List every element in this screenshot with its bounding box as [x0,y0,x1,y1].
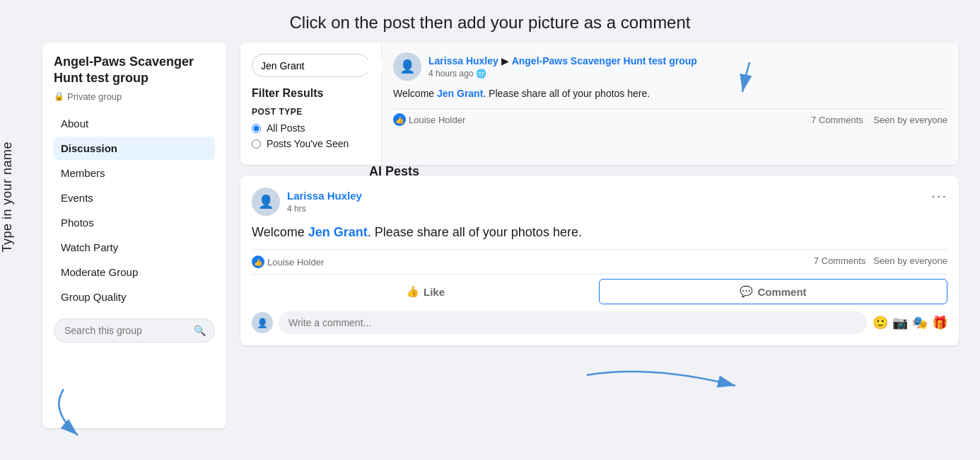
search-post-group-link[interactable]: Angel-Paws Scavenger Hunt test group [512,55,697,67]
bottom-post-card-header: 👤 Larissa Huxley 4 hrs ··· [252,188,947,216]
search-post-stats: 7 Comments Seen by everyone [811,115,947,125]
sidebar-item-photos[interactable]: Photos [54,211,215,234]
search-input[interactable] [64,325,188,336]
search-post-time: 4 hours ago [428,69,473,79]
search-post-footer: 👍 Louise Holder 7 Comments Seen by every… [393,108,947,126]
private-group-label: 🔒 Private group [54,91,215,102]
post-actions-row: 👍 Like 💬 Comment [252,274,947,304]
bottom-post-seen: Seen by everyone [873,255,947,266]
sidebar: Angel-Paws Scavenger Hunt test group 🔒 P… [42,42,226,428]
all-posts-label: All Posts [267,122,305,134]
bottom-post-author-link[interactable]: Larissa Huxley [287,190,362,202]
arrow-symbol: ▶ [501,55,512,67]
comment-avatar: 👤 [252,312,273,333]
sidebar-nav: About Discussion Members Events Photos W… [54,112,215,309]
sidebar-item-moderate-group[interactable]: Moderate Group [54,260,215,284]
bottom-post-stats: 👍 Louise Holder 7 Comments Seen by every… [252,255,947,268]
search-post-body-suffix: . Please share all of your photos here. [483,88,650,99]
comment-btn-icon: 💬 [740,285,753,298]
comment-button[interactable]: 💬 Comment [599,279,947,304]
bottom-post-time: 4 hrs [287,204,306,214]
private-label-text: Private group [67,91,122,102]
globe-icon: 🌐 [476,69,486,79]
sidebar-item-watch-party[interactable]: Watch Party [54,236,215,259]
more-options-button[interactable]: ··· [931,188,947,204]
sidebar-search-box[interactable]: 🔍 [54,318,215,343]
posts-seen-option[interactable]: Posts You've Seen [252,138,370,149]
bottom-post-footer: 👍 Louise Holder 7 Comments Seen by every… [252,249,947,334]
search-post-comments: 7 Comments [811,115,863,125]
bottom-post-like-row: 👍 Louise Holder [252,255,324,268]
emoji-gif-icon[interactable]: 🎭 [912,315,928,330]
search-filter: 🔍 Filter Results POST TYPE All Posts Pos… [240,42,382,165]
search-post-meta: 4 hours ago 🌐 [428,69,697,79]
search-panel: 🔍 Filter Results POST TYPE All Posts Pos… [240,42,959,165]
emoji-sticker-icon[interactable]: 🎁 [932,315,947,330]
bottom-post-card: 👤 Larissa Huxley 4 hrs ··· Welcome Jen G… [240,176,959,345]
comment-btn-label: Comment [757,286,806,298]
search-input-row[interactable]: 🔍 [252,54,370,77]
bottom-post-avatar: 👤 [252,188,280,216]
bottom-post-body-prefix: Welcome [252,225,308,239]
search-post-author-link[interactable]: Larissa Huxley [428,55,498,67]
bottom-post-body: Welcome Jen Grant. Please share all of y… [252,223,947,242]
all-posts-radio[interactable] [252,124,261,133]
bottom-like-thumb-icon: 👍 [252,255,264,268]
search-post-body-prefix: Welcome [393,88,437,99]
emoji-smile-icon[interactable]: 🙂 [873,315,888,330]
search-post-like-name: Louise Holder [409,115,465,125]
search-post-body-highlight[interactable]: Jen Grant [437,88,483,99]
search-post-seen: Seen by everyone [873,115,947,125]
search-post-body: Welcome Jen Grant. Please share all of y… [393,86,947,101]
emoji-camera-icon[interactable]: 📷 [892,315,908,330]
search-post-like-row: 👍 Louise Holder [393,113,465,126]
post-type-label: POST TYPE [252,107,370,117]
like-button[interactable]: 👍 Like [252,279,599,304]
search-icon: 🔍 [194,325,206,336]
all-posts-option[interactable]: All Posts [252,122,370,134]
sidebar-item-group-quality[interactable]: Group Quality [54,285,215,309]
comment-text-input[interactable] [279,311,867,334]
bottom-post-right-stats: 7 Comments Seen by everyone [814,255,947,268]
header-instruction: Click on the post then add your picture … [0,0,980,42]
posts-seen-radio[interactable] [252,139,261,149]
search-post-author-info: Larissa Huxley ▶ Angel-Paws Scavenger Hu… [428,54,697,79]
content-area: 🔍 Filter Results POST TYPE All Posts Pos… [240,42,959,428]
lock-icon: 🔒 [54,91,64,101]
search-post-header: 👤 Larissa Huxley ▶ Angel-Paws Scavenger … [393,52,947,81]
sidebar-item-members[interactable]: Members [54,161,215,185]
group-name: Angel-Paws Scavenger Hunt test group [54,54,215,87]
bottom-post-like-name: Louise Holder [267,257,324,268]
like-thumb-icon: 👍 [393,113,406,126]
posts-seen-label: Posts You've Seen [267,138,349,149]
like-btn-label: Like [424,286,445,298]
emoji-row: 🙂 📷 🎭 🎁 [873,315,947,330]
bottom-post-author-info: 👤 Larissa Huxley 4 hrs [252,188,362,216]
bottom-post-body-highlight[interactable]: Jen Grant [308,225,368,239]
bottom-post-author-text: Larissa Huxley 4 hrs [287,190,362,214]
sidebar-item-events[interactable]: Events [54,186,215,209]
comment-input-row: 👤 🙂 📷 🎭 🎁 [252,311,947,334]
search-post-author-line: Larissa Huxley ▶ Angel-Paws Scavenger Hu… [428,54,697,67]
search-post-avatar: 👤 [393,52,421,81]
sidebar-item-discussion[interactable]: Discussion [54,137,215,160]
sidebar-item-about[interactable]: About [54,112,215,135]
search-text-input[interactable] [261,60,385,71]
bottom-post-comments: 7 Comments [814,255,866,266]
search-result-post-card[interactable]: 👤 Larissa Huxley ▶ Angel-Paws Scavenger … [382,42,959,165]
like-btn-icon: 👍 [406,285,419,298]
bottom-post-body-suffix: . Please share all of your photos here. [368,225,582,239]
side-label: Type in your name [0,142,15,253]
filter-results-label: Filter Results [252,87,370,100]
